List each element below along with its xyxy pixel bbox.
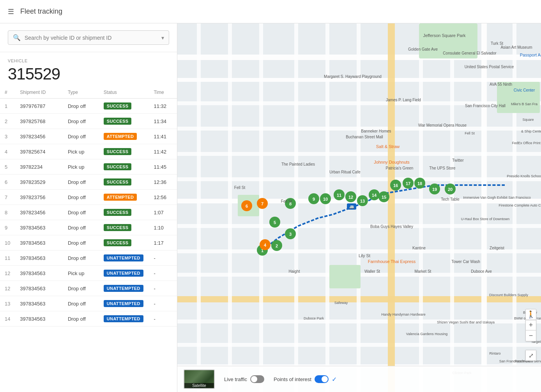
- row-shipment-id: 397834563: [15, 251, 63, 266]
- row-num: 6: [0, 175, 15, 190]
- svg-text:🚐: 🚐: [349, 204, 354, 209]
- svg-text:Tech Table: Tech Table: [441, 197, 460, 201]
- row-time: 11:34: [149, 114, 177, 129]
- svg-text:Square: Square: [522, 118, 534, 122]
- row-shipment-id: 397825768: [15, 114, 63, 129]
- row-time: 1:07: [149, 205, 177, 220]
- svg-text:Margaret S. Hayward Playground: Margaret S. Hayward Playground: [324, 74, 382, 79]
- table-row[interactable]: 5 39782234 Pick up SUCCESS 11:45: [0, 159, 177, 175]
- svg-text:AVA 55 Ninth: AVA 55 Ninth: [490, 82, 512, 87]
- svg-text:Fell St: Fell St: [465, 131, 475, 135]
- svg-text:9: 9: [313, 197, 315, 201]
- svg-rect-22: [419, 23, 423, 392]
- svg-text:Presidio Knolls School: Presidio Knolls School: [507, 174, 541, 178]
- row-shipment-id: 397825674: [15, 144, 63, 159]
- svg-text:18: 18: [417, 181, 422, 186]
- svg-text:Fell St: Fell St: [281, 199, 292, 203]
- svg-rect-16: [228, 23, 232, 392]
- poi-toggle[interactable]: [315, 375, 329, 383]
- row-shipment-id: 39782234: [15, 159, 63, 175]
- row-status: SUCCESS: [99, 159, 149, 175]
- row-type: Pick up: [63, 159, 99, 175]
- svg-text:Mike's B San Fra: Mike's B San Fra: [511, 102, 537, 106]
- row-type: Pick up: [63, 144, 99, 159]
- row-time: 12:36: [149, 175, 177, 190]
- table-row[interactable]: 14 397834563 Drop off UNATTEMPTED -: [0, 311, 177, 327]
- svg-text:2: 2: [276, 244, 278, 248]
- row-time: 12:56: [149, 190, 177, 205]
- table-row[interactable]: 8 397823456 Drop off SUCCESS 1:07: [0, 205, 177, 220]
- svg-text:United States Postal Service: United States Postal Service: [465, 65, 514, 69]
- svg-text:Twitter: Twitter: [452, 158, 464, 162]
- search-box[interactable]: 🔍 ▾: [8, 30, 169, 45]
- row-time: -: [149, 281, 177, 296]
- svg-text:Consulate General El Salvador: Consulate General El Salvador: [443, 51, 497, 55]
- zoom-controls: ⤢: [525, 350, 536, 361]
- svg-text:Buchanan Street Mall: Buchanan Street Mall: [346, 135, 383, 139]
- row-time: 1:17: [149, 235, 177, 251]
- row-num: 9: [0, 220, 15, 235]
- zoom-in-button[interactable]: +: [525, 320, 536, 330]
- svg-text:FedEx Office Print: FedEx Office Print: [512, 141, 541, 145]
- svg-text:U-Haul Box Store of Downtown: U-Haul Box Store of Downtown: [461, 217, 510, 221]
- satellite-toggle[interactable]: Satellite: [184, 369, 215, 389]
- table-row[interactable]: 9 397834563 Drop off SUCCESS 1:10: [0, 220, 177, 235]
- svg-text:Duboce Park: Duboce Park: [304, 316, 324, 320]
- svg-rect-18: [294, 23, 298, 392]
- table-row[interactable]: 12 397834563 Drop off UNATTEMPTED -: [0, 281, 177, 296]
- row-status: UNATTEMPTED: [99, 296, 149, 311]
- row-status: SUCCESS: [99, 144, 149, 159]
- svg-text:15: 15: [382, 195, 386, 200]
- table-row[interactable]: 3 397823456 Drop off ATTEMPTED 11:41: [0, 129, 177, 144]
- row-status: SUCCESS: [99, 235, 149, 251]
- search-input[interactable]: [25, 35, 161, 41]
- row-status: ATTEMPTED: [99, 129, 149, 144]
- menu-icon[interactable]: ☰: [8, 7, 14, 16]
- live-traffic-toggle[interactable]: [250, 375, 264, 383]
- zoom-out-button[interactable]: −: [525, 330, 536, 341]
- svg-rect-15: [197, 23, 201, 392]
- table-row[interactable]: 4 397825674 Pick up SUCCESS 11:42: [0, 144, 177, 159]
- svg-text:& Ship Center: & Ship Center: [521, 129, 541, 133]
- row-shipment-id: 397976787: [15, 99, 63, 114]
- row-status: UNATTEMPTED: [99, 251, 149, 266]
- row-type: Drop off: [63, 190, 99, 205]
- row-type: Drop off: [63, 114, 99, 129]
- table-row[interactable]: 1 397976787 Drop off SUCCESS 11:32: [0, 99, 177, 114]
- expand-icon[interactable]: ⤢: [525, 350, 536, 361]
- svg-rect-25: [513, 23, 516, 392]
- shipments-table: # Shipment ID Type Status Time 1 3979767…: [0, 87, 177, 327]
- street-view-button[interactable]: 🚶: [525, 309, 536, 320]
- table-row[interactable]: 12 397834563 Pick up UNATTEMPTED -: [0, 266, 177, 281]
- table-row[interactable]: 7 397823756 Drop off ATTEMPTED 12:56: [0, 190, 177, 205]
- table-row[interactable]: 2 397825768 Drop off SUCCESS 11:34: [0, 114, 177, 129]
- svg-text:19: 19: [432, 187, 437, 192]
- table-header-row: # Shipment ID Type Status Time: [0, 87, 177, 99]
- dropdown-icon[interactable]: ▾: [161, 35, 164, 41]
- svg-text:Duboce Ave: Duboce Ave: [471, 269, 492, 274]
- shipments-table-container[interactable]: # Shipment ID Type Status Time 1 3979767…: [0, 87, 177, 392]
- row-time: -: [149, 266, 177, 281]
- row-shipment-id: 397834563: [15, 281, 63, 296]
- svg-text:Boba Guys Hayes Valley: Boba Guys Hayes Valley: [370, 224, 413, 229]
- row-time: 11:32: [149, 99, 177, 114]
- row-num: 11: [0, 251, 15, 266]
- row-time: -: [149, 296, 177, 311]
- row-shipment-id: 397823456: [15, 129, 63, 144]
- svg-text:Firestone Complete Auto Care: Firestone Complete Auto Care: [499, 203, 541, 207]
- live-traffic-label: Live traffic: [224, 376, 247, 382]
- poi-group: Points of interest ✓: [274, 375, 337, 383]
- svg-text:Farmhouse Thai Express: Farmhouse Thai Express: [368, 259, 416, 264]
- svg-text:James P. Lang Field: James P. Lang Field: [386, 98, 421, 102]
- row-num: 3: [0, 129, 15, 144]
- table-row[interactable]: 13 397834563 Drop off UNATTEMPTED -: [0, 296, 177, 311]
- map-area[interactable]: 1 2 3 4 5 6 7 8 9 10: [177, 23, 541, 392]
- row-status: SUCCESS: [99, 175, 149, 190]
- svg-text:5: 5: [274, 220, 276, 225]
- table-row[interactable]: 10 397834563 Drop off SUCCESS 1:17: [0, 235, 177, 251]
- svg-text:Banneker Homes: Banneker Homes: [361, 129, 391, 133]
- vehicle-id: 315529: [8, 65, 169, 83]
- table-row[interactable]: 11 397834563 Drop off UNATTEMPTED -: [0, 251, 177, 266]
- svg-text:17: 17: [406, 181, 410, 186]
- table-row[interactable]: 6 397823529 Drop off SUCCESS 12:36: [0, 175, 177, 190]
